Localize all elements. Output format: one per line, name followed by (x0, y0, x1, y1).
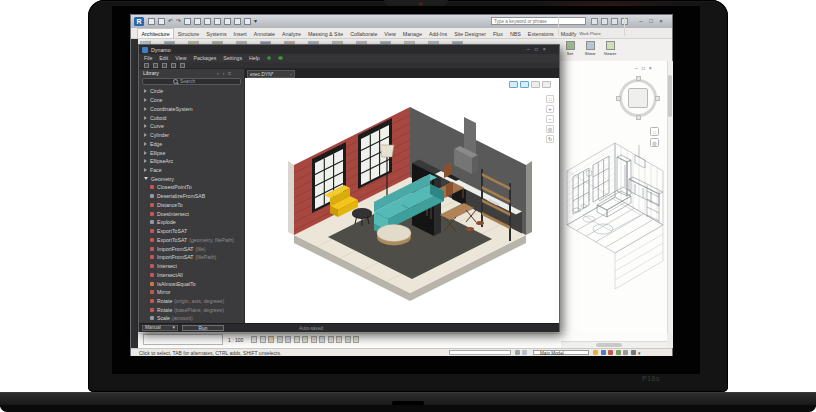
temporary-hide-icon[interactable] (311, 336, 317, 343)
library-item[interactable]: Circle (139, 87, 245, 96)
view-close-icon[interactable]: × (649, 65, 652, 71)
zoom-out-icon[interactable]: − (546, 115, 554, 123)
tab-annotate[interactable]: Annotate (250, 29, 278, 38)
tag-icon[interactable] (204, 18, 211, 25)
library-item[interactable]: Face (139, 166, 245, 175)
library-section-geometry[interactable]: Geometry (139, 174, 245, 183)
design-options-select[interactable]: Main Model (533, 350, 589, 356)
sun-path-icon[interactable] (268, 336, 274, 343)
select-underlay-icon[interactable] (608, 350, 613, 355)
library-item[interactable]: Cone (139, 96, 245, 105)
editing-requests-icon[interactable] (522, 350, 527, 355)
select-links-icon[interactable] (601, 350, 606, 355)
viewer-button[interactable]: Viewer (601, 41, 619, 56)
library-forward-icon[interactable]: › (223, 70, 225, 76)
zoom-in-icon[interactable]: + (546, 105, 554, 113)
undo-tool-icon[interactable] (171, 63, 176, 68)
reveal-hidden-icon[interactable] (319, 336, 325, 343)
library-search-input[interactable] (180, 79, 210, 84)
worksets-icon[interactable] (515, 350, 520, 355)
library-item[interactable]: Cuboid (139, 113, 245, 122)
menu-help[interactable]: Help (249, 55, 260, 61)
notification-icon[interactable] (267, 56, 272, 61)
library-item[interactable]: Intersect (139, 262, 245, 271)
library-back-icon[interactable]: ‹ (217, 70, 219, 76)
close-button[interactable]: × (656, 17, 666, 26)
library-item[interactable]: ImportFromSAT(filePath) (139, 253, 245, 262)
subscription-icon[interactable] (601, 18, 608, 25)
crop-region-icon[interactable] (302, 336, 308, 343)
library-item[interactable]: Rotate(origin, axis, degrees) (139, 297, 245, 306)
run-button[interactable]: Run (182, 325, 224, 332)
library-item[interactable]: Mirror (139, 288, 245, 297)
library-item[interactable]: DoesIntersect (139, 209, 245, 218)
tab-architecture[interactable]: Architecture (137, 28, 174, 38)
sync-icon[interactable] (244, 18, 251, 25)
tab-collaborate[interactable]: Collaborate (347, 29, 381, 38)
library-item[interactable]: Scale(amount) (139, 314, 245, 323)
viewcube-north-marker[interactable] (636, 76, 641, 81)
view-scale[interactable]: 1 : 100 (228, 337, 243, 343)
menu-packages[interactable]: Packages (193, 55, 216, 61)
redo-tool-icon[interactable] (180, 63, 185, 68)
view-restore-icon[interactable]: □ (642, 65, 645, 71)
library-search[interactable] (142, 78, 241, 85)
pan-icon[interactable]: ∷ (546, 95, 554, 103)
library-item[interactable]: IntersectAll (139, 270, 245, 279)
search-input[interactable] (491, 17, 586, 25)
graph-view-toggle-icon[interactable] (509, 81, 518, 88)
library-item[interactable]: Explode (139, 218, 245, 227)
drag-elements-icon[interactable] (631, 350, 636, 355)
library-item[interactable]: DistanceTo (139, 201, 245, 210)
displacement-icon[interactable] (345, 336, 351, 343)
filter-icon[interactable] (593, 350, 598, 355)
library-item[interactable]: Cylinder (139, 131, 245, 140)
library-item[interactable]: DeserializeFromSAB (139, 192, 245, 201)
tab-systems[interactable]: Systems (203, 29, 230, 38)
run-mode-select[interactable]: Manual ▾ (142, 325, 178, 332)
menu-view[interactable]: View (175, 55, 186, 61)
minimize-button[interactable]: – (636, 17, 646, 26)
rendering-icon[interactable] (285, 336, 291, 343)
show-work-plane-button[interactable]: Show (581, 41, 599, 56)
save-file-icon[interactable] (162, 63, 167, 68)
save-icon[interactable] (158, 18, 165, 25)
library-item[interactable]: IsAlmostEqualTo (139, 279, 245, 288)
tab-addins[interactable]: Add-Ins (425, 29, 450, 38)
maximize-button[interactable]: □ (646, 17, 656, 26)
favorites-icon[interactable] (611, 18, 618, 25)
select-by-face-icon[interactable] (623, 350, 628, 355)
qat-caret-icon[interactable]: ▾ (254, 18, 257, 25)
undo-icon[interactable]: ↶ (168, 18, 173, 25)
canvas-settings-icon[interactable] (542, 81, 551, 88)
full-navigation-wheel-icon[interactable]: ∷ (650, 127, 659, 136)
text-icon[interactable] (214, 18, 221, 25)
view-control-box[interactable] (143, 334, 223, 345)
crop-view-icon[interactable] (294, 336, 300, 343)
analytical-model-icon[interactable] (328, 336, 334, 343)
dynamo-minimize-button[interactable]: – (527, 46, 530, 53)
library-item[interactable]: ExportToSAT (139, 227, 245, 236)
vertical-scrollbar-thumb[interactable] (668, 75, 672, 117)
redo-icon[interactable]: ↷ (176, 18, 181, 25)
preview-view-toggle-icon[interactable] (520, 81, 529, 88)
workspace-tab[interactable]: exec.DYN* × (247, 70, 295, 78)
library-item[interactable]: Ellipse (139, 148, 245, 157)
tab-nbs[interactable]: NBS (506, 29, 524, 38)
new-file-icon[interactable] (144, 63, 149, 68)
tab-extensions[interactable]: Extensions (524, 29, 557, 38)
shadows-icon[interactable] (277, 336, 283, 343)
library-item[interactable]: Rotate(basePlane, degrees) (139, 305, 245, 314)
open-icon[interactable] (148, 18, 155, 25)
tab-massing-site[interactable]: Massing & Site (304, 29, 346, 38)
tab-site-designer[interactable]: Site Designer (451, 29, 490, 38)
tab-analyze[interactable]: Analyze (279, 29, 305, 38)
library-item[interactable]: ClosestPointTo (139, 183, 245, 192)
orbit-icon[interactable]: ↻ (546, 135, 554, 143)
visual-style-icon[interactable] (260, 336, 266, 343)
revit-logo-icon[interactable]: R (134, 17, 144, 26)
tab-flux[interactable]: Flux (489, 29, 506, 38)
view-minimize-icon[interactable]: – (635, 65, 638, 71)
menu-edit[interactable]: Edit (159, 55, 168, 61)
library-list-icon[interactable]: ≡ (228, 70, 231, 76)
